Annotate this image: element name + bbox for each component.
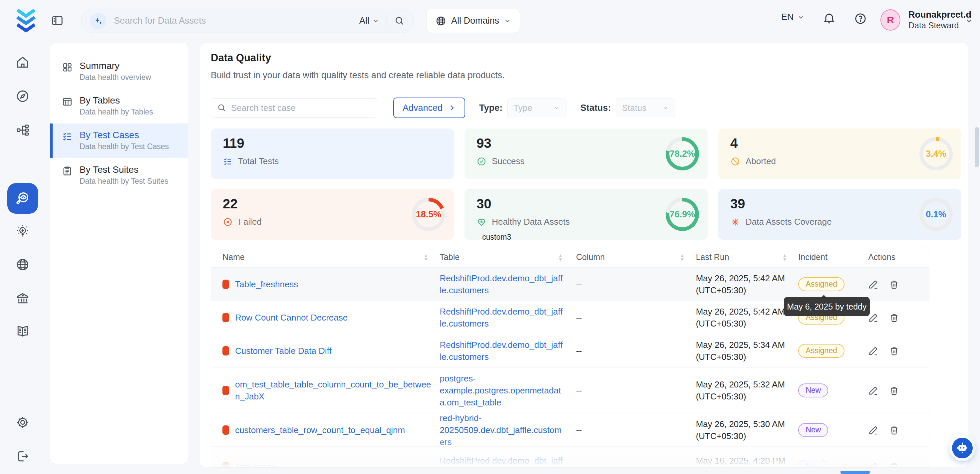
incident-badge[interactable]: Assigned bbox=[798, 344, 845, 358]
home-icon[interactable] bbox=[15, 55, 30, 70]
incident-badge[interactable]: Assigned bbox=[798, 277, 845, 291]
column-header-actions: Actions bbox=[864, 252, 929, 262]
table-link[interactable]: red-hybrid-20250509.dev.dbt_jaffle.custo… bbox=[439, 413, 562, 447]
sort-icon[interactable]: ▲▼ bbox=[782, 254, 787, 261]
edit-pencil-icon[interactable] bbox=[868, 312, 879, 323]
sort-icon[interactable]: ▲▼ bbox=[680, 254, 685, 261]
column-header-table[interactable]: Table ▲▼ bbox=[435, 252, 571, 262]
sidebar-collapse-icon[interactable] bbox=[51, 14, 64, 27]
table-link[interactable]: RedshiftProd.dev.demo_dbt_jaffle.custome… bbox=[439, 340, 562, 362]
test-case-link[interactable]: customers_table_row_count_to_equal_qjnm bbox=[235, 424, 405, 436]
edit-pencil-icon[interactable] bbox=[868, 385, 879, 396]
column-header-column[interactable]: Column ▲▼ bbox=[571, 252, 691, 262]
table-row[interactable]: Test cases RedshiftProd.dev.demo_dbt_jaf… bbox=[211, 447, 929, 468]
clipboard-icon bbox=[62, 165, 73, 177]
insights-bulb-icon[interactable] bbox=[15, 224, 30, 239]
notifications-bell-icon[interactable] bbox=[822, 12, 836, 25]
chevron-down-icon bbox=[554, 105, 560, 111]
table-link[interactable]: postgres-example.postgres.openmetadata.o… bbox=[439, 374, 561, 407]
column-header-name[interactable]: Name ▲▼ bbox=[211, 252, 435, 262]
table-link[interactable]: RedshiftProd.dev.demo_dbt_jaffle.custome… bbox=[439, 273, 562, 295]
table-row[interactable]: om_test_table_table_column_count_to_be_b… bbox=[211, 367, 929, 414]
domains-dropdown[interactable]: All Domains bbox=[426, 9, 520, 33]
test-case-link[interactable]: Table_freshness bbox=[235, 278, 298, 290]
nav-item-subtitle: Data health by Test Suites bbox=[80, 175, 169, 187]
nav-item-by-test-suites[interactable]: By Test Suites Data health by Test Suite… bbox=[50, 158, 188, 193]
status-failed-indicator bbox=[223, 462, 229, 468]
nav-item-summary[interactable]: Summary Data health overview bbox=[50, 54, 188, 89]
chevron-down-icon bbox=[662, 105, 669, 111]
type-filter-label: Type: bbox=[479, 103, 503, 113]
nav-item-by-test-cases[interactable]: By Test Cases Data health by Test Cases bbox=[50, 124, 188, 158]
stat-card-success: 93 Success 78.2% bbox=[465, 129, 708, 179]
check-circle-icon bbox=[477, 156, 487, 167]
explore-compass-icon[interactable] bbox=[15, 89, 30, 103]
status-filter-select[interactable]: Status bbox=[616, 99, 675, 117]
nav-item-title: By Tables bbox=[80, 95, 153, 106]
delete-trash-icon[interactable] bbox=[889, 461, 899, 468]
delete-trash-icon[interactable] bbox=[889, 345, 899, 356]
column-header-last-run[interactable]: Last Run ▲▼ bbox=[691, 252, 794, 262]
failed-rate-ring: 18.5% bbox=[412, 198, 445, 231]
stat-card-healthy-data-assets: 30 Healthy Data Assets 76.9% bbox=[465, 189, 708, 240]
table-link[interactable]: RedshiftProd.dev.demo_dbt_jaffle.custome… bbox=[439, 456, 562, 468]
user-menu[interactable]: Rounakpreet.d Data Steward bbox=[908, 9, 971, 30]
app-logo-icon[interactable] bbox=[13, 7, 39, 34]
test-case-link[interactable]: Customer Table Data Diff bbox=[235, 345, 332, 357]
incident-badge[interactable]: New bbox=[798, 460, 828, 468]
nav-item-subtitle: Data health by Test Cases bbox=[80, 141, 169, 152]
edit-pencil-icon[interactable] bbox=[868, 279, 879, 289]
settings-gear-icon[interactable] bbox=[15, 415, 30, 430]
sort-icon[interactable]: ▲▼ bbox=[424, 254, 429, 261]
ai-sparkle-icon[interactable] bbox=[90, 13, 107, 29]
delete-trash-icon[interactable] bbox=[889, 385, 899, 396]
divider bbox=[387, 14, 387, 28]
language-dropdown[interactable]: EN bbox=[781, 12, 805, 22]
tables-icon bbox=[62, 96, 73, 108]
test-case-link[interactable]: Test cases bbox=[235, 461, 276, 468]
observability-search-eye-icon[interactable] bbox=[7, 183, 38, 214]
advanced-filter-button[interactable]: Advanced bbox=[393, 97, 465, 118]
table-row[interactable]: customers_table_row_count_to_equal_qjnm … bbox=[211, 414, 929, 447]
delete-trash-icon[interactable] bbox=[889, 279, 899, 289]
lineage-tree-icon[interactable] bbox=[15, 123, 30, 137]
test-case-link[interactable]: Row Count Cannot Decrease bbox=[235, 312, 348, 323]
coverage-rate-ring: 0.1% bbox=[920, 198, 953, 231]
delete-trash-icon[interactable] bbox=[889, 425, 899, 435]
stat-label: Aborted bbox=[746, 156, 776, 167]
tooltip-text: May 6, 2025 by teddy bbox=[787, 302, 867, 312]
table-link[interactable]: RedshiftProd.dev.demo_dbt_jaffle.custome… bbox=[439, 307, 562, 329]
test-case-link[interactable]: om_test_table_table_column_count_to_be_b… bbox=[235, 379, 435, 402]
nav-item-by-tables[interactable]: By Tables Data health by Tables bbox=[50, 89, 188, 124]
user-role: Data Steward bbox=[908, 20, 971, 30]
main-content: Data Quality Build trust in your data wi… bbox=[200, 43, 968, 467]
incident-badge[interactable]: New bbox=[798, 383, 828, 398]
user-menu-chevron-icon[interactable] bbox=[965, 17, 973, 25]
type-filter-select[interactable]: Type bbox=[507, 99, 566, 117]
chat-assistant-bubble[interactable] bbox=[950, 436, 974, 460]
global-search-bar[interactable]: Search for Data Assets All bbox=[81, 9, 414, 33]
edit-pencil-icon[interactable] bbox=[868, 345, 879, 356]
global-search-placeholder[interactable]: Search for Data Assets bbox=[114, 16, 359, 26]
vertical-scrollbar-thumb[interactable] bbox=[975, 127, 978, 167]
domains-globe-icon[interactable] bbox=[15, 257, 30, 272]
help-icon[interactable] bbox=[854, 12, 867, 25]
search-icon[interactable] bbox=[394, 16, 405, 26]
delete-trash-icon[interactable] bbox=[889, 312, 899, 323]
stat-label: Failed bbox=[238, 217, 262, 227]
test-case-search-input[interactable]: Search test case bbox=[211, 98, 377, 118]
governance-bank-icon[interactable] bbox=[15, 291, 30, 305]
status-failed-indicator bbox=[223, 386, 229, 395]
edit-pencil-icon[interactable] bbox=[868, 461, 879, 468]
search-scope-dropdown[interactable]: All bbox=[359, 16, 387, 26]
table-row[interactable]: Customer Table Data Diff RedshiftProd.de… bbox=[211, 334, 929, 367]
glossary-book-icon[interactable] bbox=[15, 324, 30, 339]
incident-badge[interactable]: New bbox=[798, 423, 828, 437]
sort-icon[interactable]: ▲▼ bbox=[558, 254, 563, 261]
icon-rail bbox=[0, 41, 45, 474]
logout-icon[interactable] bbox=[15, 449, 30, 464]
edit-pencil-icon[interactable] bbox=[868, 425, 879, 435]
horizontal-scrollbar-thumb[interactable] bbox=[840, 471, 870, 474]
user-avatar[interactable]: R bbox=[880, 9, 900, 30]
page-title: Data Quality bbox=[211, 52, 271, 64]
